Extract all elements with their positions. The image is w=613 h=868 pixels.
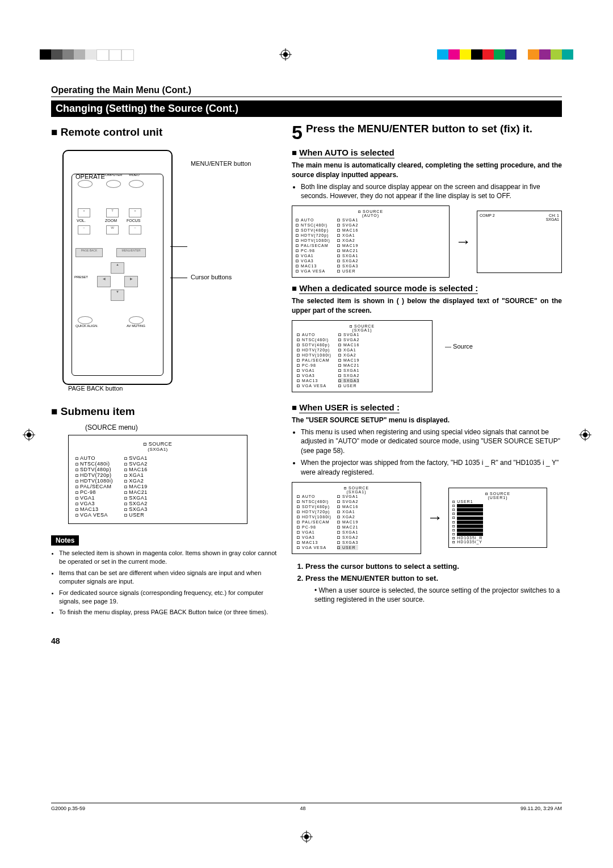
step-text: Press the MENU/ENTER button to set (fix)…: [306, 123, 562, 136]
zoom-t: T: [106, 208, 119, 217]
focus-minus: −: [129, 225, 141, 234]
user-steps: Press the cursor buttons to select a set…: [292, 562, 562, 582]
menu-title: SOURCE: [149, 441, 173, 447]
registration-mark-right: [579, 429, 590, 440]
page-back-callout: PAGE BACK button: [68, 385, 123, 392]
submenu-heading: Submenu item: [51, 405, 278, 418]
auto-bullet: Both line display and source display app…: [301, 182, 562, 202]
color-bar: [437, 49, 573, 60]
remote-figure: OPERATE COMPUTER VIDEO + VOL. − T ZOOM W: [51, 144, 267, 388]
cursor-left-icon: ◀: [97, 276, 111, 287]
registration-mark-icon: [279, 48, 292, 61]
arrow-right-icon: →: [427, 509, 443, 527]
print-registration-top: [0, 48, 613, 61]
cursor-up-icon: ▲: [111, 262, 124, 274]
registration-mark-bottom: [300, 831, 313, 845]
arrow-right-icon: →: [455, 233, 471, 251]
operate-label: OPERATE: [75, 173, 105, 180]
footer-left: G2000 p.35-59: [51, 806, 85, 811]
registration-mark-left: [23, 429, 34, 440]
vol-label: VOL.: [77, 219, 86, 223]
user-sub-bullet: When a user source is selected, the sour…: [314, 586, 560, 604]
page-back-button: PAGE BACK: [75, 248, 103, 257]
grayscale-bar: [40, 49, 134, 60]
section-bar: Changing (Setting) the Source (Cont.): [51, 100, 562, 117]
auto-result-box: COMP 2 CH: 1 SXGA1: [477, 211, 562, 273]
focus-plus: +: [129, 208, 141, 217]
notes-list: The selected item is shown in magenta co…: [51, 549, 278, 617]
auto-heading: When AUTO is selected: [299, 148, 394, 158]
user-bullets: This menu is used when registering and u…: [292, 427, 562, 477]
footer-center: 48: [300, 806, 305, 811]
computer-label: COMPUTER: [103, 173, 122, 177]
dedicated-heading: When a dedicated source mode is selected…: [299, 283, 478, 294]
dedicated-bold: The selected item is shown in ( ) below …: [292, 296, 562, 316]
remote-heading: Remote control unit: [51, 126, 278, 139]
notes-badge: Notes: [51, 535, 79, 546]
av-muting-label: AV MUTING: [127, 324, 145, 328]
step-number: 5: [292, 123, 303, 142]
submenu-caption: (SOURCE menu): [85, 423, 278, 431]
menu-enter-callout: MENU/ENTER button: [191, 160, 259, 167]
cursor-down-icon: ▼: [111, 290, 124, 301]
vol-plus: +: [78, 208, 90, 217]
menu-enter-button: MENU/ENTER: [116, 248, 146, 257]
user-menu-diagram: ◘ SOURCE (SXGA1) AUTONTSC(480i)SDTV(480p…: [292, 482, 421, 554]
page-number: 48: [51, 636, 562, 645]
user-bold: The "USER SOURCE SETUP" menu is displaye…: [292, 416, 562, 425]
video-label: VIDEO: [129, 173, 140, 177]
preset-label: PRESET: [74, 275, 88, 279]
footer-right: 99.11.20, 3:29 AM: [520, 806, 562, 811]
breadcrumb-title: Operating the Main Menu (Cont.): [51, 85, 562, 97]
auto-bold: The main menu is automatically cleared, …: [292, 161, 562, 180]
zoom-w: W: [106, 225, 119, 234]
dedicated-menu-diagram: ◘ SOURCE (SXGA1) AUTONTSC(480i)SDTV(480p…: [292, 320, 433, 392]
user-heading: When USER is selected :: [299, 402, 400, 413]
cursor-callout: Cursor buttons: [191, 274, 232, 280]
source-side-label: Source: [453, 343, 473, 350]
zoom-label: ZOOM: [105, 219, 117, 223]
user-source-setup-box: ◘ SOURCE (USER1) USER1HD1035i_RHD1035i_Y: [448, 488, 547, 548]
vol-minus: −: [78, 225, 90, 234]
menu-subtitle: (SXGA1): [75, 447, 240, 452]
focus-label: FOCUS: [127, 219, 141, 223]
cursor-right-icon: ▶: [124, 276, 138, 287]
auto-menu-diagram: ◘ SOURCE (AUTO) AUTONTSC(480i)SDTV(480p)…: [292, 206, 450, 278]
quick-align-label: QUICK ALIGN.: [75, 324, 98, 328]
footer: G2000 p.35-59 48 99.11.20, 3:29 AM: [51, 803, 562, 811]
source-menu-box: ◘ SOURCE (SXGA1) AUTONTSC(480i)SDTV(480p…: [68, 435, 247, 524]
